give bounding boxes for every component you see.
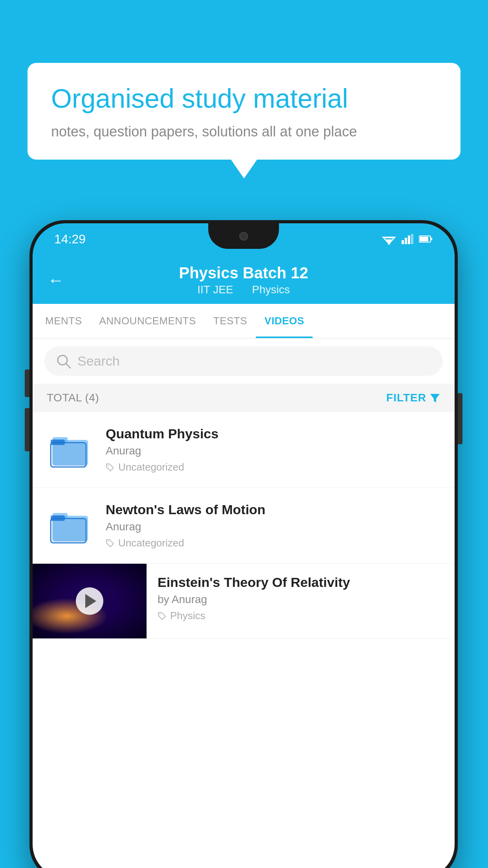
side-buttons-left (25, 370, 29, 451)
app-header: ← Physics Batch 12 IIT JEE Physics (33, 255, 455, 304)
play-button-overlay[interactable] (76, 587, 103, 615)
header-subtitle-physics: Physics (252, 283, 290, 296)
back-button[interactable]: ← (48, 271, 64, 290)
signal-icon (402, 234, 413, 244)
svg-rect-10 (431, 238, 432, 240)
header-subtitle-iitjee: IIT JEE (197, 283, 233, 296)
wifi-icon (382, 234, 396, 245)
svg-marker-13 (430, 394, 440, 403)
svg-rect-6 (408, 235, 410, 244)
status-icons (382, 234, 433, 245)
tag-label-1: Uncategorized (118, 461, 184, 473)
video-tag-1: Uncategorized (106, 461, 440, 473)
svg-rect-7 (411, 234, 413, 244)
svg-rect-18 (51, 440, 65, 445)
video-thumbnail-einstein (33, 564, 147, 638)
svg-line-12 (66, 364, 70, 368)
video-item-info-2: Newton's Laws of Motion Anurag Uncategor… (106, 502, 440, 549)
search-container: Search (33, 338, 455, 384)
list-item[interactable]: Quantum Physics Anurag Uncategorized (33, 412, 455, 488)
svg-rect-4 (402, 240, 404, 244)
status-time: 14:29 (54, 232, 86, 246)
svg-rect-24 (51, 515, 65, 521)
status-bar: 14:29 (33, 223, 455, 255)
video-author-1: Anurag (106, 445, 440, 457)
tag-label-3: Physics (170, 610, 205, 622)
svg-rect-16 (51, 443, 86, 467)
tag-icon-2 (106, 539, 114, 548)
phone-inner: 14:29 (33, 223, 455, 868)
screen-content: ← Physics Batch 12 IIT JEE Physics MENTS… (33, 255, 455, 868)
filter-button[interactable]: FILTER (386, 392, 440, 404)
tab-videos[interactable]: VIDEOS (256, 304, 313, 338)
svg-point-26 (160, 613, 161, 614)
filter-funnel-icon (429, 392, 440, 403)
tab-tests[interactable]: TESTS (205, 304, 256, 338)
video-tag-3: Physics (158, 610, 444, 622)
video-list: Quantum Physics Anurag Uncategorized (33, 412, 455, 639)
video-author-2: Anurag (106, 520, 440, 533)
svg-point-25 (108, 541, 109, 542)
side-buttons-right (458, 393, 462, 444)
search-icon (56, 354, 71, 369)
play-triangle-icon (85, 594, 96, 608)
video-item-info-3: Einstein's Theory Of Relativity by Anura… (147, 564, 455, 630)
list-item[interactable]: Einstein's Theory Of Relativity by Anura… (33, 564, 455, 639)
list-item[interactable]: Newton's Laws of Motion Anurag Uncategor… (33, 488, 455, 564)
total-count: TOTAL (4) (47, 392, 99, 404)
header-subtitle: IIT JEE Physics (179, 283, 308, 296)
tab-ments[interactable]: MENTS (37, 304, 91, 338)
svg-rect-22 (51, 519, 86, 543)
header-title: Physics Batch 12 (179, 264, 308, 282)
video-author-3: by Anurag (158, 593, 444, 606)
header-info: Physics Batch 12 IIT JEE Physics (179, 264, 308, 296)
folder-icon-1 (49, 430, 92, 469)
bubble-title: Organised study material (51, 83, 437, 115)
tag-icon-1 (106, 463, 114, 472)
bubble-subtitle: notes, question papers, solutions all at… (51, 123, 437, 140)
search-box[interactable]: Search (44, 346, 443, 376)
folder-thumbnail-2 (47, 502, 94, 549)
volume-up-btn[interactable] (25, 370, 29, 397)
speech-bubble: Organised study material notes, question… (28, 63, 460, 160)
video-title-2: Newton's Laws of Motion (106, 502, 440, 517)
filter-label: FILTER (386, 392, 426, 404)
filter-bar: TOTAL (4) FILTER (33, 384, 455, 412)
tag-label-2: Uncategorized (118, 537, 184, 549)
speech-bubble-container: Organised study material notes, question… (28, 63, 460, 160)
svg-rect-5 (405, 238, 407, 244)
tab-announcements[interactable]: ANNOUNCEMENTS (91, 304, 205, 338)
notch (208, 223, 279, 249)
camera-dot (239, 232, 248, 241)
volume-down-btn[interactable] (25, 408, 29, 451)
folder-thumbnail-1 (47, 426, 94, 473)
battery-icon (419, 235, 433, 243)
tag-icon-3 (158, 612, 166, 620)
svg-rect-9 (420, 237, 428, 241)
video-title-3: Einstein's Theory Of Relativity (158, 575, 444, 590)
search-placeholder: Search (77, 353, 120, 369)
power-btn[interactable] (458, 393, 462, 444)
phone-frame: 14:29 (29, 220, 458, 868)
folder-icon-2 (49, 506, 92, 545)
tabs-bar: MENTS ANNOUNCEMENTS TESTS VIDEOS (33, 304, 455, 338)
svg-point-19 (108, 465, 109, 466)
video-item-info-1: Quantum Physics Anurag Uncategorized (106, 426, 440, 473)
video-tag-2: Uncategorized (106, 537, 440, 549)
video-title-1: Quantum Physics (106, 426, 440, 441)
